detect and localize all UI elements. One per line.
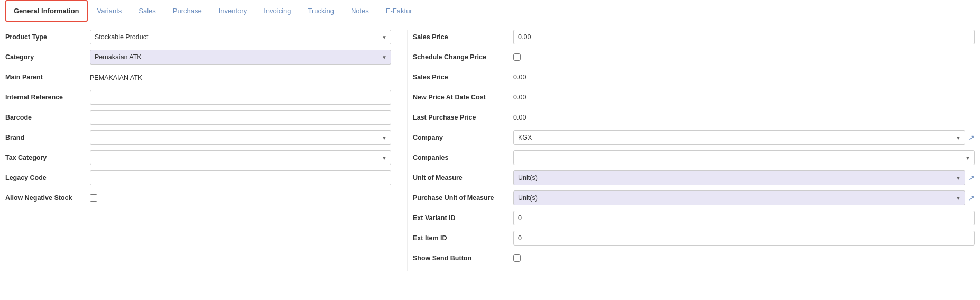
sales-price-control xyxy=(513,30,975,44)
tab-inventory[interactable]: Inventory xyxy=(211,0,254,22)
sales-price2-row: Sales Price 0.00 xyxy=(413,70,975,85)
new-price-at-date-cost-value: 0.00 xyxy=(513,94,526,101)
right-panel: Sales Price Schedule Change Price Sales … xyxy=(407,30,975,271)
category-select[interactable]: Pemakaian ATK xyxy=(90,50,391,65)
tab-purchase[interactable]: Purchase xyxy=(165,0,209,22)
unit-of-measure-select-wrapper: Unit(s) ▼ xyxy=(513,170,965,185)
show-send-button-label: Show Send Button xyxy=(413,254,513,262)
ext-variant-id-control xyxy=(513,211,975,225)
tab-bar: General Information Variants Sales Purch… xyxy=(0,0,980,22)
last-purchase-price-control: 0.00 xyxy=(513,114,975,121)
company-row: Company KGX ▼ ↗ xyxy=(413,130,975,145)
schedule-change-price-checkbox[interactable] xyxy=(513,53,521,61)
ext-item-id-input[interactable] xyxy=(513,231,975,246)
show-send-button-checkbox[interactable] xyxy=(513,254,521,262)
category-select-wrapper: Pemakaian ATK ▼ xyxy=(90,50,391,65)
tax-category-select-wrapper: ▼ xyxy=(90,150,391,165)
new-price-at-date-cost-label: New Price At Date Cost xyxy=(413,94,513,101)
allow-negative-stock-row: Allow Negative Stock xyxy=(5,190,391,205)
tax-category-label: Tax Category xyxy=(5,154,90,161)
brand-select[interactable] xyxy=(90,130,391,145)
sales-price-label: Sales Price xyxy=(413,33,513,41)
ext-variant-id-row: Ext Variant ID xyxy=(413,211,975,225)
show-send-button-row: Show Send Button xyxy=(413,251,975,266)
legacy-code-row: Legacy Code xyxy=(5,170,391,185)
tab-sales[interactable]: Sales xyxy=(131,0,163,22)
tab-trucking[interactable]: Trucking xyxy=(301,0,341,22)
brand-select-wrapper: ▼ xyxy=(90,130,391,145)
unit-of-measure-label: Unit of Measure xyxy=(413,174,513,181)
product-type-select-wrapper: Stockable Product Consumable Service ▼ xyxy=(90,30,391,44)
barcode-label: Barcode xyxy=(5,114,90,121)
tax-category-row: Tax Category ▼ xyxy=(5,150,391,165)
company-external-link-icon[interactable]: ↗ xyxy=(968,133,975,142)
sales-price2-value: 0.00 xyxy=(513,74,526,81)
tab-e-faktur[interactable]: E-Faktur xyxy=(378,0,420,22)
company-select-group: KGX ▼ ↗ xyxy=(513,130,975,145)
sales-price2-control: 0.00 xyxy=(513,74,975,81)
tax-category-control: ▼ xyxy=(90,150,391,165)
main-parent-row: Main Parent PEMAKAIAN ATK xyxy=(5,70,391,85)
internal-reference-input[interactable] xyxy=(90,90,391,105)
internal-reference-control xyxy=(90,90,391,105)
allow-negative-stock-checkbox[interactable] xyxy=(90,194,97,202)
main-content: Product Type Stockable Product Consumabl… xyxy=(0,22,980,278)
companies-select[interactable] xyxy=(513,150,975,165)
product-type-select[interactable]: Stockable Product Consumable Service xyxy=(90,30,391,44)
show-send-button-control xyxy=(513,254,975,262)
barcode-row: Barcode xyxy=(5,110,391,125)
sales-price-input[interactable] xyxy=(513,30,975,44)
unit-of-measure-external-link-icon[interactable]: ↗ xyxy=(968,174,975,182)
ext-variant-id-input[interactable] xyxy=(513,211,975,225)
tab-invoicing[interactable]: Invoicing xyxy=(256,0,298,22)
companies-row: Companies ▼ xyxy=(413,150,975,165)
category-control: Pemakaian ATK ▼ xyxy=(90,50,391,65)
main-parent-value: PEMAKAIAN ATK xyxy=(90,74,142,81)
product-type-control: Stockable Product Consumable Service ▼ xyxy=(90,30,391,44)
tab-notes[interactable]: Notes xyxy=(344,0,376,22)
companies-select-wrapper: ▼ xyxy=(513,150,975,165)
legacy-code-control xyxy=(90,170,391,185)
new-price-at-date-cost-control: 0.00 xyxy=(513,94,975,101)
purchase-unit-of-measure-select-group: Unit(s) ▼ ↗ xyxy=(513,190,975,205)
purchase-unit-of-measure-external-link-icon[interactable]: ↗ xyxy=(968,194,975,202)
purchase-unit-of-measure-select[interactable]: Unit(s) xyxy=(513,190,965,205)
internal-reference-row: Internal Reference xyxy=(5,90,391,105)
unit-of-measure-select[interactable]: Unit(s) xyxy=(513,170,965,185)
brand-control: ▼ xyxy=(90,130,391,145)
legacy-code-input[interactable] xyxy=(90,170,391,185)
last-purchase-price-label: Last Purchase Price xyxy=(413,114,513,121)
ext-item-id-label: Ext Item ID xyxy=(413,234,513,242)
barcode-control xyxy=(90,110,391,125)
purchase-unit-of-measure-control: Unit(s) ▼ ↗ xyxy=(513,190,975,205)
ext-item-id-control xyxy=(513,231,975,246)
company-label: Company xyxy=(413,134,513,141)
schedule-change-price-label: Schedule Change Price xyxy=(413,53,513,61)
tab-variants[interactable]: Variants xyxy=(90,0,130,22)
last-purchase-price-row: Last Purchase Price 0.00 xyxy=(413,110,975,125)
brand-label: Brand xyxy=(5,134,90,141)
allow-negative-stock-control xyxy=(90,194,391,202)
brand-row: Brand ▼ xyxy=(5,130,391,145)
barcode-input[interactable] xyxy=(90,110,391,125)
unit-of-measure-control: Unit(s) ▼ ↗ xyxy=(513,170,975,185)
companies-label: Companies xyxy=(413,154,513,161)
company-select-wrapper: KGX ▼ xyxy=(513,130,965,145)
category-row: Category Pemakaian ATK ▼ xyxy=(5,50,391,65)
main-parent-control: PEMAKAIAN ATK xyxy=(90,74,391,81)
internal-reference-label: Internal Reference xyxy=(5,94,90,101)
schedule-change-price-control xyxy=(513,53,975,61)
sales-price-row: Sales Price xyxy=(413,30,975,44)
last-purchase-price-value: 0.00 xyxy=(513,114,526,121)
company-select[interactable]: KGX xyxy=(513,130,965,145)
unit-of-measure-row: Unit of Measure Unit(s) ▼ ↗ xyxy=(413,170,975,185)
purchase-unit-of-measure-row: Purchase Unit of Measure Unit(s) ▼ ↗ xyxy=(413,190,975,205)
sales-price2-label: Sales Price xyxy=(413,74,513,81)
company-control: KGX ▼ ↗ xyxy=(513,130,975,145)
purchase-unit-of-measure-select-wrapper: Unit(s) ▼ xyxy=(513,190,965,205)
companies-control: ▼ xyxy=(513,150,975,165)
tab-general-information[interactable]: General Information xyxy=(5,0,88,22)
product-type-row: Product Type Stockable Product Consumabl… xyxy=(5,30,391,44)
left-panel: Product Type Stockable Product Consumabl… xyxy=(5,30,407,271)
tax-category-select[interactable] xyxy=(90,150,391,165)
